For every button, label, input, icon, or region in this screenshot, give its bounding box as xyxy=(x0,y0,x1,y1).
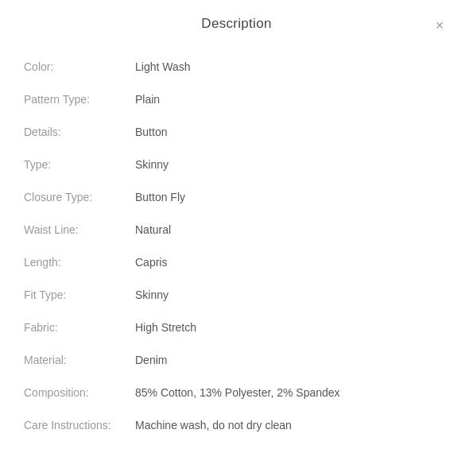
description-dialog: Description × Color:Light WashPattern Ty… xyxy=(0,0,473,476)
dialog-header: Description × xyxy=(24,16,449,45)
table-row: Fit Type:Skinny xyxy=(24,279,449,312)
row-label: Type: xyxy=(24,149,135,181)
table-row: Waist Line:Natural xyxy=(24,214,449,246)
table-row: Type:Skinny xyxy=(24,149,449,181)
row-value: Skinny xyxy=(135,279,449,312)
row-label: Care Instructions: xyxy=(24,409,135,442)
row-label: Pattern Type: xyxy=(24,83,135,116)
row-value: Machine wash, do not dry clean xyxy=(135,409,449,442)
row-label: Closure Type: xyxy=(24,181,135,214)
row-value: Light Wash xyxy=(135,51,449,83)
row-value: High Stretch xyxy=(135,312,449,344)
row-value: Plain xyxy=(135,83,449,116)
table-row: Length:Capris xyxy=(24,246,449,279)
row-label: Waist Line: xyxy=(24,214,135,246)
row-label: Composition: xyxy=(24,377,135,409)
row-label: Length: xyxy=(24,246,135,279)
table-row: Color:Light Wash xyxy=(24,51,449,83)
description-table: Color:Light WashPattern Type:PlainDetail… xyxy=(24,51,449,442)
row-value: Button Fly xyxy=(135,181,449,214)
row-value: Capris xyxy=(135,246,449,279)
table-row: Material:Denim xyxy=(24,344,449,377)
row-label: Fit Type: xyxy=(24,279,135,312)
row-value: 85% Cotton, 13% Polyester, 2% Spandex xyxy=(135,377,449,409)
table-row: Pattern Type:Plain xyxy=(24,83,449,116)
row-value: Button xyxy=(135,116,449,149)
row-value: Skinny xyxy=(135,149,449,181)
row-value: Denim xyxy=(135,344,449,377)
dialog-title: Description xyxy=(201,16,271,32)
row-label: Color: xyxy=(24,51,135,83)
row-label: Fabric: xyxy=(24,312,135,344)
row-label: Details: xyxy=(24,116,135,149)
close-button[interactable]: × xyxy=(430,16,449,35)
table-row: Care Instructions:Machine wash, do not d… xyxy=(24,409,449,442)
row-value: Natural xyxy=(135,214,449,246)
table-row: Closure Type:Button Fly xyxy=(24,181,449,214)
table-row: Composition:85% Cotton, 13% Polyester, 2… xyxy=(24,377,449,409)
table-row: Details:Button xyxy=(24,116,449,149)
row-label: Material: xyxy=(24,344,135,377)
table-row: Fabric:High Stretch xyxy=(24,312,449,344)
